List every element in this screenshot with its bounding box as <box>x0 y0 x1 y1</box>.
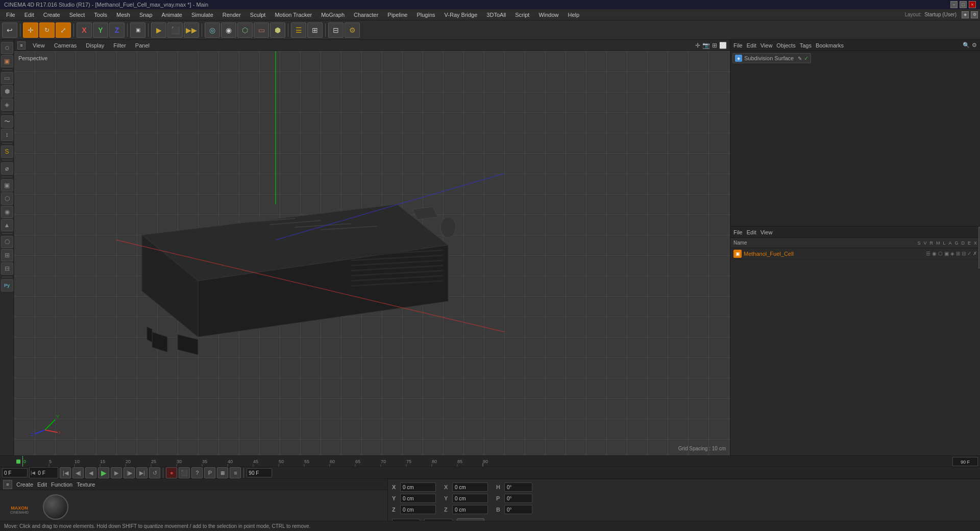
minimize-button[interactable]: − <box>950 1 958 8</box>
coord-y-input[interactable] <box>400 494 436 503</box>
coord-p-input[interactable] <box>504 494 532 503</box>
menu-window[interactable]: Window <box>534 11 562 19</box>
attrib-menu-edit[interactable]: Edit <box>747 229 756 235</box>
layout-icon-1[interactable]: ◈ <box>962 11 969 18</box>
render-small-button[interactable]: ▶ <box>151 22 166 38</box>
material-create[interactable]: Create <box>16 481 33 488</box>
left-tool-3[interactable]: ◈ <box>1 99 13 111</box>
timeline-next-frame-btn[interactable]: ▶ <box>111 467 122 478</box>
viewport-menu-display[interactable]: Display <box>84 41 106 50</box>
layout-value[interactable]: Startup (User) <box>924 12 957 17</box>
select-all-button[interactable]: ☰ <box>291 22 306 38</box>
current-frame-input[interactable] <box>2 468 28 477</box>
left-tool-11[interactable]: ⊟ <box>1 262 13 275</box>
poly-mode-button[interactable]: ▭ <box>254 22 269 38</box>
menu-simulate[interactable]: Simulate <box>187 11 217 19</box>
timeline-auto-key-btn[interactable]: ⬛ <box>179 467 190 478</box>
menu-pipeline[interactable]: Pipeline <box>383 11 411 19</box>
menu-create[interactable]: Create <box>39 11 64 19</box>
attrib-menu-file[interactable]: File <box>733 229 743 235</box>
left-tool-sphere[interactable]: ⬡ <box>1 192 13 205</box>
menu-edit[interactable]: Edit <box>20 11 38 19</box>
frame-value-input[interactable] <box>36 468 57 477</box>
object-mode-button[interactable]: ◎ <box>205 22 220 38</box>
viewport-move-icon[interactable]: ✛ <box>695 42 700 49</box>
coord-b-input[interactable] <box>504 505 532 514</box>
menu-mograph[interactable]: MoGraph <box>317 11 349 19</box>
menu-file[interactable]: File <box>2 11 19 19</box>
obj-icon-6[interactable]: ⊞ <box>956 251 960 256</box>
menu-character[interactable]: Character <box>350 11 382 19</box>
left-tool-10[interactable]: ⊞ <box>1 249 13 261</box>
rotate-tool-button[interactable]: ↻ <box>39 22 55 38</box>
maximize-button[interactable]: □ <box>960 1 967 8</box>
render-region-button[interactable]: ⬛ <box>167 22 183 38</box>
viewport-menu-cameras[interactable]: Cameras <box>52 41 79 50</box>
timeline-prev-key-btn[interactable]: ◀| <box>72 467 84 478</box>
move-tool-button[interactable]: ✛ <box>23 22 38 38</box>
left-tool-9[interactable]: ▲ <box>1 219 13 231</box>
timeline-next-key-btn[interactable]: |▶ <box>124 467 135 478</box>
obj-icon-9[interactable]: ✗ <box>973 251 977 256</box>
coord-h-input[interactable] <box>504 482 532 492</box>
timeline-key-all-btn[interactable]: ? <box>191 467 203 478</box>
timeline-settings-btn[interactable]: ≡ <box>230 467 241 478</box>
left-tool-python[interactable]: Py <box>1 279 13 292</box>
view-options-button[interactable]: ⊟ <box>328 22 344 38</box>
menu-script[interactable]: Script <box>511 11 533 19</box>
obj-icon-4[interactable]: ▣ <box>944 251 949 256</box>
viewport-menu-view[interactable]: View <box>31 41 47 50</box>
objects-menu-view[interactable]: View <box>761 42 773 49</box>
x-axis-button[interactable]: X <box>77 22 92 38</box>
viewport-grid-icon[interactable]: ⊞ <box>712 42 717 49</box>
left-tool-camera[interactable]: ⬡ <box>1 42 13 54</box>
end-frame-input[interactable] <box>247 468 272 477</box>
object-row-methanol[interactable]: ▣ Methanol_Fuel_Cell ☰ ◉ ⬡ ▣ ◈ ⊞ ⊟ ✓ ✗ <box>730 248 980 259</box>
z-axis-button[interactable]: Z <box>109 22 125 38</box>
viewport-fullscreen-icon[interactable]: ⬜ <box>719 42 727 49</box>
point-mode-button[interactable]: ◉ <box>221 22 236 38</box>
left-tool-8[interactable]: ◉ <box>1 206 13 218</box>
left-tool-1[interactable]: ▭ <box>1 72 13 84</box>
timeline-end-btn[interactable]: ▶| <box>136 467 148 478</box>
left-tool-2[interactable]: ⬢ <box>1 85 13 98</box>
obj-icon-8[interactable]: ✓ <box>967 251 971 256</box>
coord-x-input[interactable] <box>400 482 436 492</box>
close-button[interactable]: × <box>969 1 976 8</box>
timeline-key-sel-btn[interactable]: P <box>204 467 215 478</box>
coord-z-input[interactable] <box>400 505 436 514</box>
viewport-menu-panel[interactable]: Panel <box>133 41 152 50</box>
viewport-menu-icon[interactable]: ≡ <box>17 41 26 50</box>
coord-rx-input[interactable] <box>452 482 488 492</box>
menu-motion-tracker[interactable]: Motion Tracker <box>271 11 316 19</box>
render-all-button[interactable]: ▶▶ <box>184 22 199 38</box>
edge-mode-button[interactable]: ⬡ <box>237 22 253 38</box>
obj-icon-7[interactable]: ⊟ <box>962 251 966 256</box>
objects-menu-tags[interactable]: Tags <box>800 42 812 49</box>
uv-mode-button[interactable]: ⬢ <box>270 22 285 38</box>
coord-rz-input[interactable] <box>452 505 488 514</box>
menu-help[interactable]: Help <box>564 11 584 19</box>
obj-icon-5[interactable]: ◈ <box>950 251 954 256</box>
material-menu-icon[interactable]: ≡ <box>3 480 12 489</box>
subdivision-surface-tag[interactable]: ◈ Subdivision Surface ✎ ✓ <box>732 53 811 63</box>
objects-menu-bookmarks[interactable]: Bookmarks <box>816 42 844 49</box>
menu-snap[interactable]: Snap <box>135 11 157 19</box>
menu-plugins[interactable]: Plugins <box>412 11 439 19</box>
material-edit[interactable]: Edit <box>37 481 47 488</box>
console-button[interactable]: ⚙ <box>345 22 360 38</box>
timeline-loop-btn[interactable]: ↺ <box>149 467 160 478</box>
obj-icon-2[interactable]: ◉ <box>932 251 937 256</box>
objects-search-icon[interactable]: 🔍 <box>963 42 970 49</box>
timeline-play-range-btn[interactable]: |◀ <box>60 467 71 478</box>
menu-sculpt[interactable]: Sculpt <box>246 11 270 19</box>
viewport-canvas[interactable]: Perspective <box>14 51 730 455</box>
snap-button[interactable]: ▣ <box>130 22 145 38</box>
menu-3dtoall[interactable]: 3DToAll <box>482 11 510 19</box>
tag-check-icon[interactable]: ✓ <box>804 55 808 62</box>
menu-vray-bridge[interactable]: V-Ray Bridge <box>440 11 482 19</box>
y-axis-button[interactable]: Y <box>93 22 108 38</box>
timeline-prev-frame-btn[interactable]: ◀ <box>85 467 96 478</box>
left-tool-polygon[interactable]: ▣ <box>1 55 13 67</box>
layout-icon-2[interactable]: ⚙ <box>971 11 978 18</box>
